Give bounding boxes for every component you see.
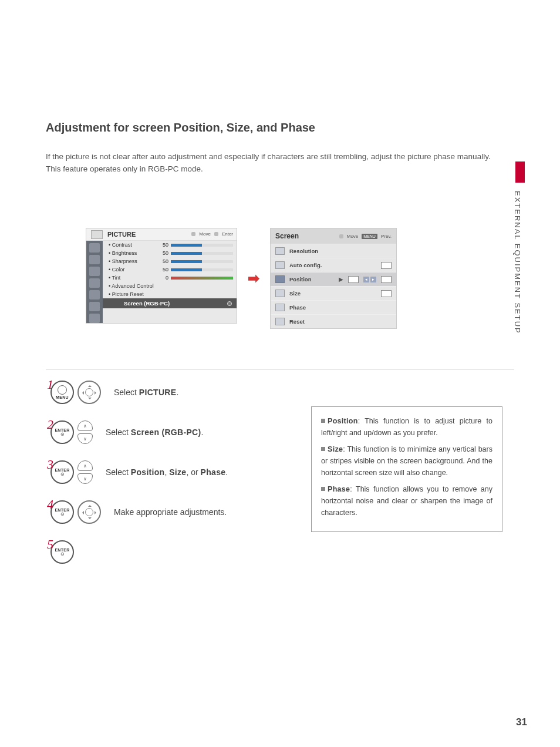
category-icon [89,255,100,264]
step-4: 4 ENTER ⊙ Make appropriate adjustments. [46,500,304,524]
screen-label: Phase [289,304,392,311]
enter-dot-icon [227,301,232,306]
osd-row-contrast: • Contrast 50 [103,241,237,249]
enter-icon [214,232,218,236]
osd-screen-menu: Screen Move MENU Prev. Resolution Auto c… [270,228,397,329]
step-number: 1 [47,377,53,392]
osd-row-picture-reset: • Picture Reset [103,290,237,298]
info-box: Position: This function is to adjust pic… [311,406,502,532]
screen-item-reset: Reset [271,314,396,328]
screen-label: Position [289,276,334,282]
enter-button-icon: ENTER ⊙ [50,460,74,484]
preview-icon [381,276,392,283]
osd-row-advanced: • Advanced Control [103,282,237,290]
osd-picture-title: PICTURE Move Enter [86,228,237,241]
osd-row-screen-rgbpc: Screen (RGB-PC) [103,298,237,308]
screen-item-resolution: Resolution [271,244,396,258]
category-icon [89,267,100,276]
enter-button-icon: ENTER ⊙ [50,500,74,524]
preview-icon [381,262,392,269]
phase-icon [275,304,285,311]
section-divider [46,369,514,369]
osd-label: • Color [109,267,157,272]
screen-item-size: Size [271,286,396,300]
info-position: Position: This function is to adjust pic… [321,415,492,439]
screen-item-phase: Phase [271,300,396,314]
category-icon [89,302,100,311]
screen-item-auto-config: Auto config. [271,258,396,272]
step-number: 4 [47,497,53,512]
preview-icon [381,290,392,297]
osd-screen-title: Screen [275,232,299,240]
bullet-icon [321,487,325,491]
info-phase: Phase: This function allows you to remov… [321,483,492,519]
intro-text-1: If the picture is not clear after auto a… [46,151,515,163]
preview-icon [348,276,359,283]
step-number: 5 [47,537,53,552]
osd-row-brightness: • Brightness 50 [103,249,237,257]
section-label: EXTERNAL EQUIPMENT SETUP [513,191,522,334]
screen-label: Size [289,290,376,297]
menu-badge: MENU [362,234,377,239]
screen-item-position: Position ▶ ◂▸ [271,272,396,286]
updown-icon: ∧∨ [77,460,93,484]
screen-label: Auto config. [289,262,376,268]
osd-label: • Sharpness [109,258,157,264]
dpad-icon [77,500,101,524]
position-control-icon: ◂▸ [363,277,376,282]
step-number: 2 [47,417,53,432]
step-text: Select PICTURE. [114,388,178,397]
intro-text-2: This feature operates only in RGB-PC mod… [46,163,515,176]
step-text: Select Screen (RGB-PC). [106,428,203,437]
osd-label: • Tint [109,275,157,281]
category-icon [89,243,100,253]
reset-icon [275,318,285,325]
step-number: 3 [47,457,53,472]
size-icon [275,290,285,297]
step-3: 3 ENTER ⊙ ∧∨ Select Position, Size, or P… [46,460,304,484]
step-text: Select Position, Size, or Phase. [106,467,228,477]
resolution-icon [275,247,285,255]
side-rail: EXTERNAL EQUIPMENT SETUP [513,161,527,334]
hint-move: Move [199,231,211,237]
bullet-icon [321,447,325,451]
screen-label: Reset [289,318,392,325]
hint-enter: Enter [222,231,233,237]
info-size: Size: This function is to minimize any v… [321,443,492,479]
osd-category-rail [86,241,103,323]
position-icon [275,275,285,283]
page-title: Adjustment for screen Position, Size, an… [46,121,515,134]
step-1: 1 MENU Select PICTURE. [46,381,304,404]
osd-label: • Picture Reset [109,291,144,297]
section-tab [515,161,525,183]
nav-icon [339,234,343,238]
osd-value: 50 [157,250,168,256]
play-icon: ▶ [339,276,343,282]
steps-list: 1 MENU Select PICTURE. 2 ENTER ⊙ ∧∨ Sele… [46,381,304,580]
osd-value: 50 [157,242,168,248]
osd-row-sharpness: • Sharpness 50 [103,257,237,265]
osd-row-color: • Color 50 [103,265,237,274]
osd-value: 50 [157,267,168,272]
hint-prev: Prev. [381,234,392,239]
step-text: Make appropriate adjustments. [114,507,227,517]
arrow-right-icon: ➡ [248,270,259,287]
osd-value: 50 [157,258,168,264]
button-label: MENU [56,395,69,399]
osd-picture-menu: PICTURE Move Enter • Contrast [86,228,237,324]
category-icon [89,314,100,323]
bullet-icon [321,419,325,423]
osd-label: • Contrast [109,242,157,248]
osd-label: • Advanced Control [109,283,154,289]
updown-icon: ∧∨ [77,420,93,444]
auto-config-icon [275,261,285,269]
dpad-icon [77,381,101,404]
screen-label: Resolution [289,248,392,254]
step-5: 5 ENTER ⊙ [46,540,304,564]
osd-picture-title-text: PICTURE [107,231,136,238]
osd-selected-label: Screen (RGB-PC) [124,300,170,307]
enter-button-icon: ENTER ⊙ [50,420,74,444]
nav-icon [191,232,195,236]
enter-button-icon: ENTER ⊙ [50,540,74,564]
page-number: 31 [516,716,527,728]
